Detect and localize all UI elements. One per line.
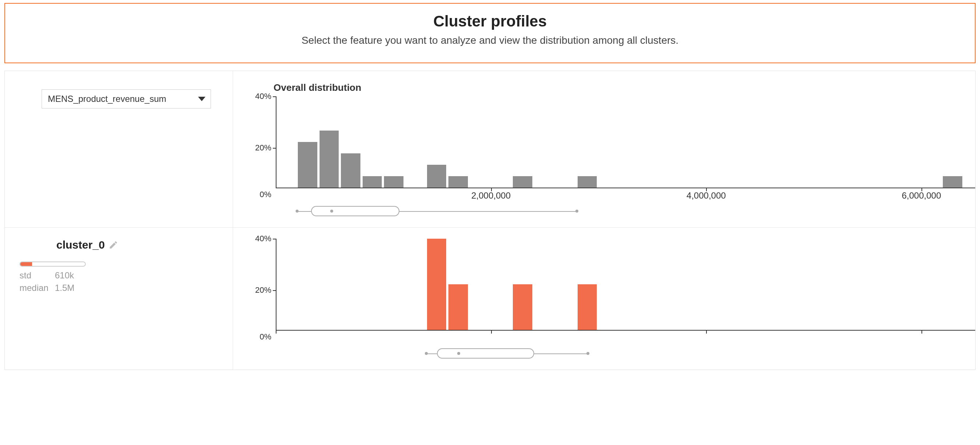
overall-chart: 40% 20% 0% 2,000,0004,000,0006,000,000 — [248, 97, 975, 200]
stat-label: median — [19, 283, 51, 293]
cluster-y-axis: 40% 20% 0% — [248, 239, 276, 342]
std-bar — [19, 261, 86, 267]
x-tick: 2,000,000 — [471, 190, 511, 201]
stat-median: median 1.5M — [19, 283, 218, 293]
overall-y-axis: 40% 20% 0% — [248, 97, 276, 200]
bar — [513, 284, 532, 330]
y-tick: 0% — [259, 190, 271, 200]
cluster-chart-col: 40% 20% 0% — [233, 228, 980, 370]
bar — [449, 176, 468, 188]
feature-select-value: MENS_product_revenue_sum — [48, 94, 166, 104]
bar — [427, 239, 447, 330]
overall-chart-title: Overall distribution — [274, 82, 975, 93]
bar — [513, 176, 532, 188]
y-tick: 0% — [259, 332, 271, 342]
stat-label: std — [19, 270, 51, 280]
feature-select[interactable]: MENS_product_revenue_sum — [41, 89, 211, 108]
x-tick: 4,000,000 — [687, 190, 726, 201]
bar — [449, 284, 468, 330]
y-tick: 40% — [255, 92, 271, 101]
overall-chart-col: Overall distribution 40% 20% 0% 2,000,00… — [233, 71, 980, 227]
overall-boxplot — [276, 206, 975, 216]
bar — [298, 142, 317, 188]
cluster-name: cluster_0 — [56, 239, 105, 251]
cluster-x-axis — [276, 331, 975, 342]
chevron-down-icon — [198, 97, 205, 101]
cluster-boxplot — [276, 348, 975, 359]
row-cluster-0: cluster_0 std 610k median 1.5M 40% — [5, 228, 975, 370]
page-subtitle: Select the feature you want to analyze a… — [13, 35, 967, 46]
stat-value: 1.5M — [55, 283, 74, 293]
overall-plot-region — [276, 97, 975, 188]
y-tick: 40% — [255, 234, 271, 244]
bar — [943, 176, 963, 188]
x-tick: 6,000,000 — [902, 190, 941, 201]
page-title: Cluster profiles — [13, 13, 967, 30]
main-panel: MENS_product_revenue_sum Overall distrib… — [5, 71, 975, 370]
bar — [363, 176, 382, 188]
row-overall: MENS_product_revenue_sum Overall distrib… — [5, 71, 975, 228]
bar — [427, 165, 447, 188]
cluster-chart: 40% 20% 0% — [248, 239, 975, 342]
stat-value: 610k — [55, 270, 74, 280]
bar — [578, 176, 597, 188]
overall-x-axis: 2,000,0004,000,0006,000,000 — [276, 188, 975, 200]
y-tick: 20% — [255, 143, 271, 153]
cluster-name-row: cluster_0 — [56, 239, 218, 251]
stat-std: std 610k — [19, 270, 218, 280]
left-col-overall: MENS_product_revenue_sum — [5, 71, 233, 227]
bar — [384, 176, 404, 188]
header-banner: Cluster profiles Select the feature you … — [5, 3, 975, 63]
y-tick: 20% — [255, 285, 271, 295]
bar — [578, 284, 597, 330]
left-col-cluster-0: cluster_0 std 610k median 1.5M — [5, 228, 233, 370]
std-bar-fill — [20, 262, 32, 266]
edit-icon[interactable] — [108, 240, 118, 250]
bar — [320, 131, 339, 188]
bar — [341, 154, 360, 188]
cluster-plot-region — [276, 239, 975, 331]
